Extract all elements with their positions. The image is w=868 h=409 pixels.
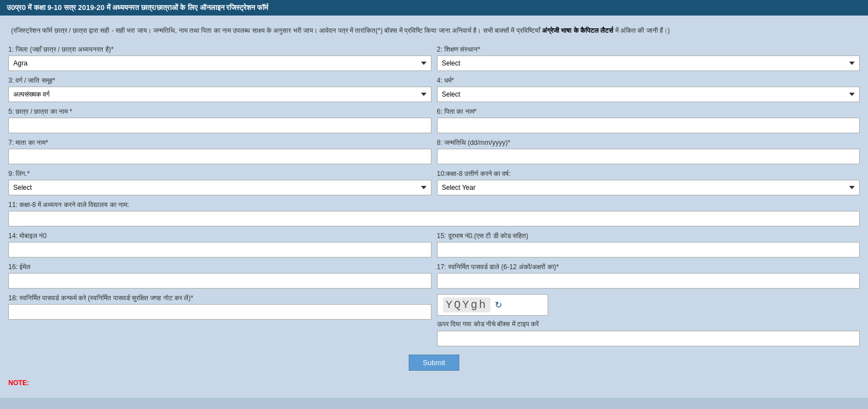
row-7: 14: मोबाइल नं0 15: दूरभाष नं0.(एस टी डी … xyxy=(8,232,860,257)
row-8: 16: ईमेल 17: स्वनिर्मित पासवर्ड डाले (6-… xyxy=(8,263,860,289)
field9-label: 9: लिंग.* xyxy=(8,170,432,178)
field1-group: 1: जिला (जहाँ छात्र / छात्रा अध्ययनरत है… xyxy=(8,46,432,71)
instructions: (रजिस्ट्रेशन फॉर्म छात्र / छात्रा द्वारा… xyxy=(8,21,860,40)
field3-select[interactable]: अल्पसंख्यक वर्ग xyxy=(8,87,432,102)
row-2: 3: वर्ग / जाति समूह* अल्पसंख्यक वर्ग 4: … xyxy=(8,77,860,102)
field10-group: 10:कक्षा-8 उत्तीर्ण करने का वर्ष: Select… xyxy=(437,170,860,195)
field16-input[interactable] xyxy=(8,273,432,289)
field17-input[interactable] xyxy=(437,273,860,289)
submit-button[interactable]: Submit xyxy=(409,355,459,371)
row-1: 1: जिला (जहाँ छात्र / छात्रा अध्ययनरत है… xyxy=(8,46,860,71)
row-4: 7: माता का नाम* 8: जन्मतिथि (dd/mm/yyyy)… xyxy=(8,139,860,164)
row-3: 5: छात्र / छात्रा का नाम * 6: पिता का ना… xyxy=(8,108,860,133)
field7-group: 7: माता का नाम* xyxy=(8,139,432,164)
field8-input[interactable] xyxy=(437,149,860,164)
field6-label: 6: पिता का नाम* xyxy=(437,108,860,115)
field7-label: 7: माता का नाम* xyxy=(8,139,432,147)
field3-label: 3: वर्ग / जाति समूह* xyxy=(8,77,432,84)
field5-input[interactable] xyxy=(8,118,432,133)
form-container: (रजिस्ट्रेशन फॉर्म छात्र / छात्रा द्वारा… xyxy=(0,16,868,398)
field2-select[interactable]: Select xyxy=(437,55,860,71)
field18-group: 18: स्वनिर्मित पासवर्ड कन्फर्म करे (स्वन… xyxy=(8,294,432,346)
field11-group: 11: कक्षा-8 में अध्ययन करने वाले विद्याल… xyxy=(8,201,860,226)
field2-label: 2: शिक्षण संस्थान* xyxy=(437,46,860,53)
instructions-prefix: (रजिस्ट्रेशन फॉर्म छात्र / छात्रा द्वारा… xyxy=(11,27,542,34)
captcha-area: YQYgh ↻ ऊपर दिया गया कोड नीचे बॉक्स में … xyxy=(437,294,860,346)
field8-label: 8: जन्मतिथि (dd/mm/yyyy)* xyxy=(437,139,860,147)
row-5: 9: लिंग.* Select 10:कक्षा-8 उत्तीर्ण करन… xyxy=(8,170,860,195)
field10-label: 10:कक्षा-8 उत्तीर्ण करने का वर्ष: xyxy=(437,170,860,178)
field4-group: 4: धर्म* Select xyxy=(437,77,860,102)
field1-label: 1: जिला (जहाँ छात्र / छात्रा अध्ययनरत है… xyxy=(8,46,432,53)
field18-label: 18: स्वनिर्मित पासवर्ड कन्फर्म करे (स्वन… xyxy=(8,294,432,302)
field14-input[interactable] xyxy=(8,242,432,257)
note-label: NOTE: xyxy=(8,379,860,387)
captcha-instruction: ऊपर दिया गया कोड नीचे बॉक्स में टाइप करे… xyxy=(437,320,860,328)
submit-row: Submit xyxy=(8,355,860,371)
field7-input[interactable] xyxy=(8,149,432,164)
field15-input[interactable] xyxy=(437,242,860,257)
field17-label: 17: स्वनिर्मित पासवर्ड डाले (6-12 अंकों/… xyxy=(437,263,860,271)
field8-group: 8: जन्मतिथि (dd/mm/yyyy)* xyxy=(437,139,860,164)
field15-group: 15: दूरभाष नं0.(एस टी डी कोड सहित) xyxy=(437,232,860,257)
field6-group: 6: पिता का नाम* xyxy=(437,108,860,133)
captcha-refresh-icon[interactable]: ↻ xyxy=(495,300,502,310)
field10-select[interactable]: Select Year xyxy=(437,180,860,195)
field15-label: 15: दूरभाष नं0.(एस टी डी कोड सहित) xyxy=(437,232,860,240)
field9-group: 9: लिंग.* Select xyxy=(8,170,432,195)
field14-group: 14: मोबाइल नं0 xyxy=(8,232,432,257)
instructions-bold: अंग्रेजी भाषा के कैपिटल लैटर्स xyxy=(542,27,613,34)
field4-label: 4: धर्म* xyxy=(437,77,860,84)
instructions-suffix: में अंकित की जानी हैं।) xyxy=(613,27,670,34)
captcha-group: YQYgh ↻ ऊपर दिया गया कोड नीचे बॉक्स में … xyxy=(437,294,860,346)
field1-select[interactable]: Agra xyxy=(8,55,432,71)
field16-label: 16: ईमेल xyxy=(8,263,432,271)
field4-select[interactable]: Select xyxy=(437,87,860,102)
field6-input[interactable] xyxy=(437,118,860,133)
field11-input[interactable] xyxy=(8,211,860,226)
field18-input[interactable] xyxy=(8,304,432,320)
captcha-image: YQYgh ↻ xyxy=(437,294,548,316)
header-title: उ0प्र0 में कक्षा 9-10 सत्र 2019-20 में अ… xyxy=(7,3,268,12)
page-header: उ0प्र0 में कक्षा 9-10 सत्र 2019-20 में अ… xyxy=(0,0,868,16)
captcha-text: YQYgh xyxy=(443,297,490,312)
field2-group: 2: शिक्षण संस्थान* Select xyxy=(437,46,860,71)
field5-group: 5: छात्र / छात्रा का नाम * xyxy=(8,108,432,133)
field14-label: 14: मोबाइल नं0 xyxy=(8,232,432,240)
field9-select[interactable]: Select xyxy=(8,180,432,195)
row-9: 18: स्वनिर्मित पासवर्ड कन्फर्म करे (स्वन… xyxy=(8,294,860,346)
field3-group: 3: वर्ग / जाति समूह* अल्पसंख्यक वर्ग xyxy=(8,77,432,102)
field5-label: 5: छात्र / छात्रा का नाम * xyxy=(8,108,432,115)
captcha-input[interactable] xyxy=(437,331,860,346)
field11-label: 11: कक्षा-8 में अध्ययन करने वाले विद्याल… xyxy=(8,201,860,209)
field17-group: 17: स्वनिर्मित पासवर्ड डाले (6-12 अंकों/… xyxy=(437,263,860,289)
field16-group: 16: ईमेल xyxy=(8,263,432,289)
